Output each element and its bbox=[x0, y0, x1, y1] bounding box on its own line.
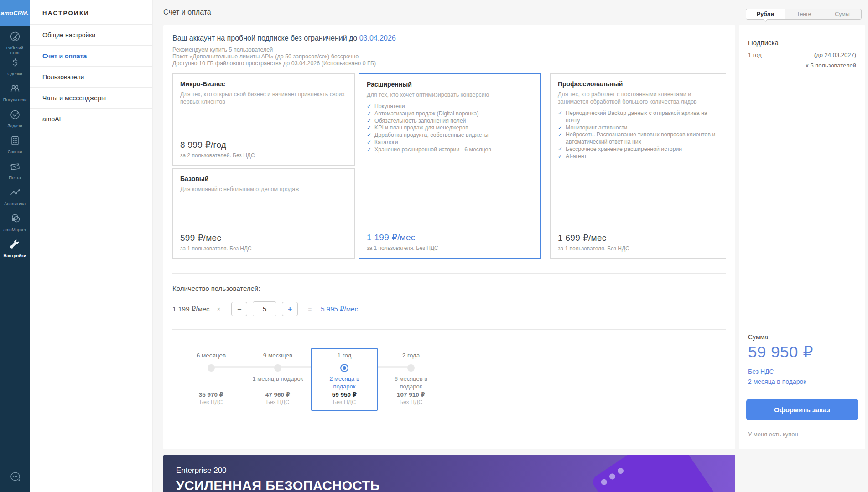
users-count-input[interactable] bbox=[253, 301, 276, 316]
banner-title: Enterprise 200 bbox=[176, 466, 227, 475]
feature-item: Доработка продукта, собственные виджеты bbox=[374, 132, 489, 139]
plan-price-note: за 2 пользователей. Без НДС bbox=[180, 152, 347, 159]
enterprise-banner[interactable]: Enterprise 200 УСИЛЕННАЯ БЕЗОПАСНОСТЬ bbox=[163, 455, 735, 492]
trial-api-package: Пакет «Дополнительные лимиты API» (до 50… bbox=[172, 53, 726, 60]
sidebar-item-label: Списки bbox=[8, 150, 22, 155]
sidebar-item-label: Настройки bbox=[3, 254, 26, 259]
check-icon: ✓ bbox=[367, 124, 371, 132]
check-icon: ✓ bbox=[558, 153, 562, 161]
plan-features: ✓Периодический Backup данных с отправкой… bbox=[558, 110, 718, 161]
sidebar-item-label: Сделки bbox=[7, 72, 22, 77]
sum-vat-note: Без НДС bbox=[748, 368, 774, 375]
period-slider: 6 месяцев 35 970 ₽ Без НДС 9 месяцев 1 м… bbox=[178, 348, 444, 411]
plan-card-micro-business[interactable]: Микро-Бизнес Для тех, кто открыл свой би… bbox=[172, 73, 355, 166]
period-option-1-year[interactable]: 1 год 2 месяца в подарок 59 950 ₽ Без НД… bbox=[311, 348, 378, 411]
sidebar-item-settings[interactable]: Настройки bbox=[0, 237, 30, 263]
period-label: 9 месяцев bbox=[248, 352, 307, 362]
check-icon: ✓ bbox=[558, 124, 562, 132]
plan-card-professional[interactable]: Профессиональный Для тех, кто работает с… bbox=[550, 73, 726, 259]
feature-item: Обязательность заполнения полей bbox=[374, 118, 466, 125]
sidebar-item-analytics[interactable]: Аналитика bbox=[0, 185, 30, 211]
period-label: 6 месяцев bbox=[182, 352, 241, 362]
period-gift: 2 месяца в подарок bbox=[315, 374, 374, 391]
divider bbox=[172, 273, 726, 274]
currency-tabs: Рубли Тенге Сумы bbox=[746, 9, 862, 20]
sidebar-item-mail[interactable]: Почта bbox=[0, 159, 30, 185]
slider-dot[interactable] bbox=[407, 364, 415, 372]
period-vat: Без НДС bbox=[315, 399, 374, 405]
dashboard-icon bbox=[9, 31, 21, 44]
period-vat: Без НДС bbox=[381, 399, 441, 405]
period-vat: Без НДС bbox=[182, 399, 241, 405]
plan-card-advanced[interactable]: Расширенный Для тех, кто хочет оптимизир… bbox=[359, 73, 541, 259]
period-option-2-years[interactable]: 2 года 6 месяцев в подарок 107 910 ₽ Без… bbox=[378, 348, 444, 411]
sidebar-item-deals[interactable]: Сделки bbox=[0, 55, 30, 81]
subscription-term: 1 год bbox=[748, 52, 762, 58]
app-window: amoCRM. Рабочий стол Сделки Покупатели bbox=[0, 0, 868, 492]
lists-icon bbox=[9, 135, 21, 148]
check-icon: ✓ bbox=[367, 110, 371, 118]
period-option-6-months[interactable]: 6 месяцев 35 970 ₽ Без НДС bbox=[178, 348, 244, 411]
sidebar-item-lists[interactable]: Списки bbox=[0, 133, 30, 159]
tab-sums[interactable]: Сумы bbox=[823, 9, 861, 19]
sum-value: 59 950 ₽ bbox=[748, 343, 813, 361]
settings-item-users[interactable]: Пользователи bbox=[30, 66, 152, 87]
deals-icon bbox=[9, 57, 21, 70]
period-option-9-months[interactable]: 9 месяцев 1 месяц в подарок 47 960 ₽ Без… bbox=[244, 348, 311, 411]
page-title: Счет и оплата bbox=[163, 8, 211, 16]
feature-item: KPI и план продаж для менеджеров bbox=[374, 124, 468, 132]
customers-icon bbox=[9, 83, 21, 96]
plan-name: Микро-Бизнес bbox=[180, 80, 347, 88]
settings-item-amoai[interactable]: amoAI bbox=[30, 108, 152, 129]
sidebar-item-label: Почта bbox=[9, 176, 21, 181]
sidebar-item-dashboard[interactable]: Рабочий стол bbox=[0, 29, 30, 55]
tasks-icon bbox=[9, 109, 21, 122]
window-dot bbox=[617, 467, 625, 475]
settings-item-billing[interactable]: Счет и оплата bbox=[30, 45, 152, 66]
plan-name: Расширенный bbox=[367, 81, 533, 88]
feature-item: Каталоги bbox=[374, 139, 398, 146]
tab-rubles[interactable]: Рубли bbox=[746, 9, 785, 19]
amomarket-icon bbox=[9, 212, 21, 226]
plan-price: 8 999 ₽/год bbox=[180, 140, 347, 150]
plan-price: 1 699 ₽/мес bbox=[558, 233, 718, 243]
period-gift: 6 месяцев в подарок bbox=[381, 374, 441, 391]
monthly-total: 5 995 ₽/мес bbox=[321, 305, 358, 313]
tab-tenge[interactable]: Тенге bbox=[785, 9, 823, 19]
period-price: 59 950 ₽ bbox=[315, 391, 374, 398]
period-price: 107 910 ₽ bbox=[381, 391, 441, 398]
feature-item: Периодический Backup данных с отправкой … bbox=[566, 110, 718, 124]
sidebar-item-label: amoМаркет bbox=[3, 228, 26, 233]
amocrm-logo[interactable]: amoCRM. bbox=[0, 0, 30, 26]
coupon-link[interactable]: У меня есть купон bbox=[748, 431, 798, 439]
trial-info: Ваш аккаунт на пробной подписке без огра… bbox=[172, 34, 726, 67]
main-nav: Рабочий стол Сделки Покупатели Задачи bbox=[0, 29, 30, 263]
sidebar-item-tasks[interactable]: Задачи bbox=[0, 107, 30, 133]
sidebar-item-label: Аналитика bbox=[4, 202, 26, 207]
feature-item: Покупатели bbox=[374, 103, 405, 110]
settings-menu-title: НАСТРОЙКИ bbox=[30, 0, 152, 24]
plan-card-basic[interactable]: Базовый Для компаний с небольшим отделом… bbox=[172, 168, 355, 259]
equals-sign: = bbox=[308, 306, 312, 313]
check-icon: ✓ bbox=[367, 146, 371, 154]
content-area: Счет и оплата Рубли Тенге Сумы Ваш аккау… bbox=[153, 0, 868, 492]
slider-dot-selected[interactable] bbox=[340, 364, 348, 372]
trial-end-date-link[interactable]: 03.04.2026 bbox=[359, 34, 396, 42]
settings-item-chats[interactable]: Чаты и мессенджеры bbox=[30, 87, 152, 108]
slider-dot[interactable] bbox=[208, 364, 215, 372]
analytics-icon bbox=[9, 186, 21, 200]
unit-price: 1 199 ₽/мес bbox=[172, 305, 210, 313]
support-chat-button[interactable] bbox=[0, 470, 30, 486]
trial-title-text: Ваш аккаунт на пробной подписке без огра… bbox=[172, 34, 357, 42]
mail-icon bbox=[9, 161, 21, 174]
decrease-users-button[interactable]: − bbox=[231, 302, 247, 316]
settings-item-general[interactable]: Общие настройки bbox=[30, 24, 152, 45]
sidebar-item-customers[interactable]: Покупатели bbox=[0, 81, 30, 107]
sidebar-item-amomarket[interactable]: amoМаркет bbox=[0, 211, 30, 237]
increase-users-button[interactable]: + bbox=[282, 302, 298, 316]
place-order-button[interactable]: Оформить заказ bbox=[746, 399, 858, 420]
period-price: 47 960 ₽ bbox=[248, 391, 307, 398]
check-icon: ✓ bbox=[558, 146, 562, 153]
subscription-summary-card: Подписка 1 год (до 24.03.2027) х 5 польз… bbox=[739, 25, 865, 449]
slider-dot[interactable] bbox=[274, 364, 281, 372]
